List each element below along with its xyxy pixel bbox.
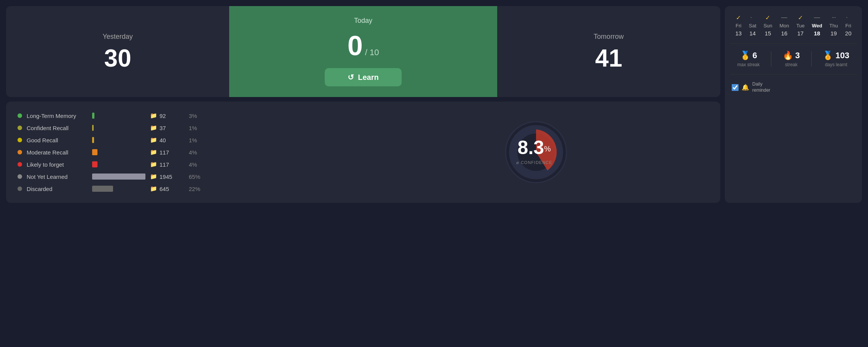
bar-fill-long-term bbox=[92, 113, 94, 119]
count-not-learned: 📁1945 bbox=[150, 173, 184, 180]
count-moderate: 📁117 bbox=[150, 149, 184, 156]
calendar-divider bbox=[730, 43, 857, 44]
stats-panel: Long-Term Memory📁923%Confident Recall📁37… bbox=[6, 102, 720, 203]
cal-num-tue-17: 17 bbox=[797, 30, 804, 37]
cal-indicator-fri-13: ✓ bbox=[736, 14, 741, 21]
tomorrow-label: Tomorrow bbox=[594, 33, 624, 41]
bar-container-confident bbox=[92, 125, 145, 131]
confidence-pct: % bbox=[544, 145, 551, 153]
memory-row-long-term: Long-Term Memory📁923% bbox=[18, 112, 363, 119]
cal-indicator-thu-19: ··· bbox=[832, 14, 836, 21]
cal-day-thu-19[interactable]: ···Thu19 bbox=[830, 14, 838, 37]
cal-name-fri-20: Fri bbox=[846, 23, 851, 29]
cal-indicator-sat-14: · bbox=[750, 14, 755, 21]
memory-row-moderate: Moderate Recall📁1174% bbox=[18, 149, 363, 156]
cal-day-tue-17[interactable]: ✓Tue17 bbox=[796, 14, 805, 37]
count-likely-forget: 📁117 bbox=[150, 161, 184, 168]
memory-row-confident: Confident Recall📁371% bbox=[18, 124, 363, 131]
today-label: Today bbox=[354, 17, 372, 25]
max-streak-value-row: 🥇 6 bbox=[740, 51, 757, 60]
streak-label: streak bbox=[785, 62, 798, 67]
cal-day-fri-20[interactable]: ·Fri20 bbox=[845, 14, 852, 37]
max-streak-label: max streak bbox=[737, 62, 760, 67]
pct-likely-forget: 4% bbox=[189, 161, 204, 168]
reminder-divider bbox=[730, 74, 857, 75]
calendar-row: ✓Fri13·Sat14✓Sun15—Mon16✓Tue17—Wed18···T… bbox=[732, 14, 855, 37]
confidence-label: ⌀ CONFIDENCE bbox=[516, 160, 552, 165]
folder-icon-discarded: 📁 bbox=[150, 185, 157, 192]
cal-name-wed-18: Wed bbox=[812, 23, 822, 29]
cal-indicator-mon-16: — bbox=[781, 14, 787, 21]
dot-not-learned bbox=[18, 174, 22, 179]
days-learnt-icon: 🏅 bbox=[823, 51, 833, 60]
dot-moderate bbox=[18, 150, 22, 154]
memory-row-good: Good Recall📁401% bbox=[18, 137, 363, 143]
cal-day-sat-14[interactable]: ·Sat14 bbox=[749, 14, 756, 37]
cal-name-sat-14: Sat bbox=[749, 23, 756, 29]
learn-button[interactable]: ↺ Learn bbox=[325, 68, 401, 86]
tomorrow-card: Tomorrow 41 bbox=[497, 6, 720, 97]
bar-container-discarded bbox=[92, 186, 145, 192]
cal-num-wed-18: 18 bbox=[814, 30, 820, 37]
streak-icon: 🔥 bbox=[783, 51, 793, 60]
bar-container-likely-forget bbox=[92, 161, 145, 167]
cal-indicator-tue-17: ✓ bbox=[798, 14, 803, 21]
cal-day-wed-18[interactable]: —Wed18 bbox=[812, 14, 822, 37]
cal-name-mon-16: Mon bbox=[779, 23, 789, 29]
cal-day-sun-15[interactable]: ✓Sun15 bbox=[763, 14, 772, 37]
dot-likely-forget bbox=[18, 162, 22, 167]
cal-num-fri-13: 13 bbox=[735, 30, 742, 37]
pct-moderate: 4% bbox=[189, 149, 204, 156]
bar-fill-likely-forget bbox=[92, 161, 97, 167]
folder-icon-moderate: 📁 bbox=[150, 149, 157, 156]
confidence-area: 8.3% ⌀ CONFIDENCE bbox=[363, 112, 709, 192]
cal-num-sun-15: 15 bbox=[765, 30, 771, 37]
count-value-discarded: 645 bbox=[160, 186, 169, 192]
dot-long-term bbox=[18, 113, 22, 118]
yesterday-card: Yesterday 30 bbox=[6, 6, 229, 97]
pct-good: 1% bbox=[189, 137, 204, 143]
label-discarded: Discarded bbox=[27, 186, 88, 192]
bar-fill-good bbox=[92, 137, 94, 143]
cal-day-mon-16[interactable]: —Mon16 bbox=[779, 14, 789, 37]
cal-indicator-fri-20: · bbox=[846, 14, 850, 21]
cal-name-tue-17: Tue bbox=[796, 23, 805, 29]
reminder-checkbox[interactable] bbox=[732, 84, 739, 91]
pct-not-learned: 65% bbox=[189, 174, 204, 180]
dot-confident bbox=[18, 126, 22, 130]
count-value-not-learned: 1945 bbox=[160, 174, 172, 180]
bar-container-good bbox=[92, 137, 145, 143]
memory-table: Long-Term Memory📁923%Confident Recall📁37… bbox=[18, 112, 363, 192]
today-card: Today 0 / 10 ↺ Learn bbox=[229, 6, 497, 97]
days-learnt-value-row: 🏅 103 bbox=[823, 51, 849, 60]
streak-value: 3 bbox=[795, 51, 800, 60]
count-value-moderate: 117 bbox=[160, 149, 169, 156]
confidence-number: 8.3 bbox=[518, 137, 544, 158]
left-panel: Yesterday 30 Today 0 / 10 ↺ Learn Tomorr… bbox=[6, 6, 720, 203]
count-value-confident: 37 bbox=[160, 125, 166, 131]
today-total: / 10 bbox=[365, 48, 379, 57]
learn-icon: ↺ bbox=[348, 73, 354, 82]
bar-container-not-learned bbox=[92, 174, 145, 180]
cal-num-mon-16: 16 bbox=[781, 30, 788, 37]
confidence-circle: 8.3% ⌀ CONFIDENCE bbox=[498, 114, 574, 190]
main-grid: Yesterday 30 Today 0 / 10 ↺ Learn Tomorr… bbox=[6, 6, 862, 203]
cal-name-thu-19: Thu bbox=[830, 23, 838, 29]
bar-fill-confident bbox=[92, 125, 94, 131]
count-confident: 📁37 bbox=[150, 124, 184, 131]
cal-day-fri-13[interactable]: ✓Fri13 bbox=[735, 14, 742, 37]
streak-stat: 🔥 3 streak bbox=[783, 51, 800, 67]
yesterday-count: 30 bbox=[104, 46, 131, 70]
max-streak-icon: 🥇 bbox=[740, 51, 750, 60]
reminder-bell-icon: 🔔 bbox=[742, 84, 749, 91]
count-discarded: 📁645 bbox=[150, 185, 184, 192]
pct-confident: 1% bbox=[189, 125, 204, 131]
bar-fill-not-learned bbox=[92, 174, 145, 180]
bar-fill-discarded bbox=[92, 186, 113, 192]
folder-icon-good: 📁 bbox=[150, 137, 157, 143]
max-streak-value: 6 bbox=[753, 51, 757, 60]
max-streak-stat: 🥇 6 max streak bbox=[737, 51, 760, 67]
folder-icon-likely-forget: 📁 bbox=[150, 161, 157, 168]
cal-num-sat-14: 14 bbox=[749, 30, 756, 37]
cal-num-fri-20: 20 bbox=[845, 30, 852, 37]
